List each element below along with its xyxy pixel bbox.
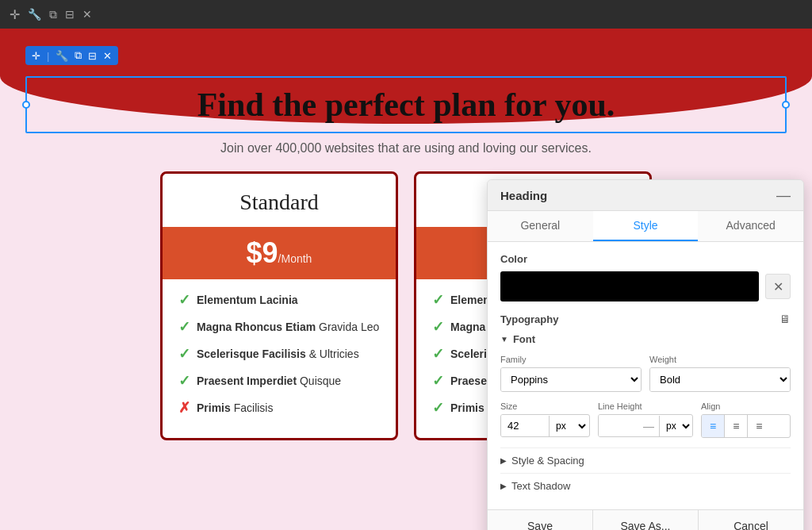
list-item: ✓Scelerisque Facilisis & Ultricies [178, 345, 380, 363]
save-button[interactable]: Save [488, 510, 593, 530]
family-group: Family Poppins [500, 355, 642, 392]
panel-header: Heading — [488, 180, 803, 211]
text-shadow-label: Text Shadow [511, 480, 570, 492]
check-icon: ✓ [178, 345, 190, 363]
panel-footer: Save Save As... Cancel [488, 509, 803, 530]
lineheight-input[interactable] [599, 415, 638, 436]
card-features-standard: ✓Elementum Lacinia ✓Magna Rhoncus Etiam … [163, 279, 396, 438]
check-icon: ✓ [432, 345, 444, 363]
responsive-icon[interactable]: 🖥 [779, 313, 791, 325]
chevron-right-icon: ▶ [500, 482, 507, 490]
list-item: ✓Elementum Lacinia [178, 291, 380, 309]
resize-handle-right[interactable] [782, 101, 790, 109]
family-select[interactable]: Poppins [501, 368, 641, 391]
text-shadow-accordion[interactable]: ▶ Text Shadow [500, 473, 791, 498]
wrench-icon[interactable]: 🔧 [28, 8, 41, 21]
close-icon[interactable]: ✕ [82, 8, 92, 21]
check-icon: ✓ [178, 372, 190, 390]
heading-block-wrapper: ✛ | 🔧 ⧉ ⊟ ✕ Find the perfect plan for yo… [25, 76, 787, 133]
copy-icon[interactable]: ⧉ [49, 8, 57, 21]
check-icon: ✓ [432, 291, 444, 309]
heading-toolbar: ✛ | 🔧 ⧉ ⊟ ✕ [25, 46, 118, 65]
check-icon: ✓ [432, 372, 444, 390]
cross-icon: ✗ [178, 399, 190, 417]
price-period-standard: /Month [278, 252, 312, 265]
expand-icon[interactable]: ⊟ [65, 8, 75, 21]
typography-label: Typography [500, 313, 558, 325]
pricing-card-standard: Standard $9/Month ✓Elementum Lacinia ✓Ma… [160, 171, 398, 440]
size-input[interactable] [501, 415, 549, 436]
size-unit-select[interactable]: px em rem [549, 416, 588, 436]
lineheight-group: Line Height — px [598, 401, 693, 438]
list-item: ✓Praesent Imperdiet Quisque [178, 372, 380, 390]
family-label: Family [500, 355, 642, 364]
size-label: Size [500, 401, 590, 411]
heading-panel: Heading — General Style Advanced Color ✕… [487, 179, 804, 530]
align-center-button[interactable]: ≡ [725, 415, 748, 437]
font-accordion[interactable]: ▼ Font [500, 333, 791, 345]
typography-row: Typography 🖥 [500, 313, 791, 325]
toolbar-wrench-icon[interactable]: 🔧 [56, 50, 68, 62]
sub-heading: Join over 400,000 websites that are usin… [16, 141, 796, 156]
font-label: Font [513, 333, 535, 345]
align-left-button[interactable]: ≡ [702, 415, 725, 437]
title-bar: ✛ 🔧 ⧉ ⊟ ✕ [0, 0, 812, 29]
family-select-wrapper: Poppins [500, 367, 642, 392]
family-weight-row: Family Poppins Weight Bold [500, 355, 791, 392]
heading-selected-box[interactable]: Find the perfect plan for you. [25, 76, 787, 133]
size-group: Size px em rem [500, 401, 590, 438]
list-item: ✗Primis Facilisis [178, 399, 380, 417]
check-icon: ✓ [178, 291, 190, 309]
weight-select-wrapper: Bold [649, 367, 791, 392]
cancel-button[interactable]: Cancel [699, 510, 803, 530]
card-price-standard: $9/Month [163, 227, 396, 279]
align-group: Align ≡ ≡ ≡ [701, 401, 791, 438]
resize-handle-left[interactable] [22, 101, 30, 109]
weight-select[interactable]: Bold [650, 368, 790, 391]
weight-group: Weight Bold [649, 355, 791, 392]
toolbar-close-icon[interactable]: ✕ [103, 50, 112, 62]
editor-area: ✛ | 🔧 ⧉ ⊟ ✕ Find the perfect plan for yo… [0, 29, 812, 530]
color-swatch[interactable] [500, 271, 759, 301]
main-heading: Find the perfect plan for you. [43, 86, 769, 124]
color-label: Color [500, 253, 791, 265]
panel-body: Color ✕ Typography 🖥 ▼ Font Family [488, 242, 803, 509]
color-row: ✕ [500, 271, 791, 301]
lineheight-input-wrapper: — px [598, 414, 693, 437]
color-clear-button[interactable]: ✕ [765, 274, 791, 299]
check-icon: ✓ [178, 318, 190, 336]
tab-general[interactable]: General [488, 211, 593, 241]
size-input-wrapper: px em rem [500, 414, 590, 437]
align-right-button[interactable]: ≡ [748, 415, 770, 437]
align-label: Align [701, 401, 791, 411]
tab-style[interactable]: Style [593, 211, 699, 241]
check-icon: ✓ [432, 399, 444, 417]
panel-minimize-icon[interactable]: — [776, 188, 791, 202]
save-as-button[interactable]: Save As... [593, 510, 699, 530]
toolbar-expand-icon[interactable]: ⊟ [88, 50, 97, 62]
lineheight-label: Line Height [598, 401, 693, 411]
tab-advanced[interactable]: Advanced [698, 211, 803, 241]
toolbar-move-icon[interactable]: ✛ [32, 50, 40, 62]
price-amount-standard: $9 [247, 236, 278, 269]
chevron-down-icon: ▼ [500, 335, 508, 344]
size-lineheight-align-row: Size px em rem Line Height — [500, 401, 791, 438]
style-spacing-accordion[interactable]: ▶ Style & Spacing [500, 447, 791, 473]
weight-label: Weight [649, 355, 791, 364]
toolbar-copy-icon[interactable]: ⧉ [75, 49, 82, 62]
panel-tabs: General Style Advanced [488, 211, 803, 242]
style-spacing-label: Style & Spacing [511, 455, 584, 467]
chevron-right-icon: ▶ [500, 456, 507, 465]
align-buttons: ≡ ≡ ≡ [701, 414, 791, 438]
list-item: ✓Magna Rhoncus Etiam Gravida Leo [178, 318, 380, 336]
panel-title: Heading [500, 189, 547, 202]
move-icon[interactable]: ✛ [10, 7, 20, 22]
check-icon: ✓ [432, 318, 444, 336]
lineheight-unit-select[interactable]: px [659, 416, 692, 436]
card-title-standard: Standard [163, 174, 396, 227]
